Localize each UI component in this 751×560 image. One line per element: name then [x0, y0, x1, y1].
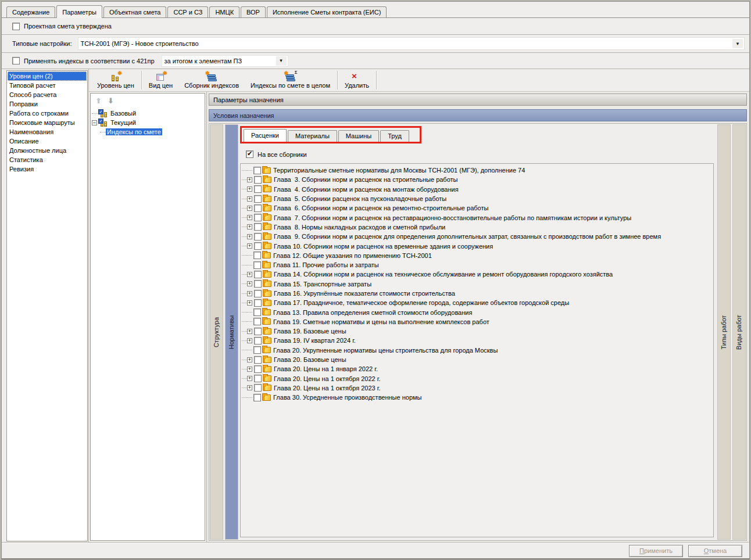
collection-checkbox[interactable] — [254, 384, 262, 392]
vtab-tipy-rabot[interactable]: Типы работ — [717, 124, 731, 540]
expand-icon[interactable]: + — [247, 177, 252, 182]
tab-obektnaya-smeta[interactable]: Объектная смета — [103, 6, 167, 17]
collection-tree-item[interactable]: +Глава 10. Сборники норм и расценок на в… — [242, 241, 712, 250]
tab-materialy[interactable]: Материалы — [288, 130, 337, 142]
sidebar-item[interactable]: Поисковые маршруты — [8, 118, 87, 127]
collection-tree-item[interactable]: +Глава 19. Базовые цены — [242, 326, 712, 336]
apply-button[interactable]: Применить — [629, 545, 683, 557]
collection-checkbox[interactable] — [254, 233, 262, 240]
vtab-normativy[interactable]: Нормативы — [225, 124, 238, 540]
collection-tree-item[interactable]: +Глава 4. Сборники норм и расценок на мо… — [242, 185, 712, 194]
collection-tree-item[interactable]: +Глава 20. Цены на 1 октября 2022 г. — [242, 374, 712, 383]
collection-checkbox[interactable] — [254, 204, 262, 212]
expand-icon[interactable]: + — [247, 243, 252, 249]
collection-tree-item[interactable]: +Глава 19. IV квартал 2024 г. — [242, 336, 712, 345]
expand-icon[interactable]: + — [247, 300, 252, 306]
sidebar-item[interactable]: Должностные лица — [8, 146, 87, 155]
tab-rascenki[interactable]: Расценки — [244, 129, 287, 142]
collection-checkbox[interactable] — [254, 223, 262, 231]
tab-vor[interactable]: ВОР — [241, 6, 266, 17]
expand-icon[interactable]: + — [247, 329, 252, 334]
up-arrow-icon[interactable]: ⬆ — [95, 96, 102, 105]
sidebar-item[interactable]: Способ расчета — [8, 90, 87, 99]
collection-tree-item[interactable]: Глава 13. Правила определения сметной ст… — [242, 307, 712, 317]
chevron-down-icon[interactable]: ▼ — [732, 39, 743, 48]
expand-icon[interactable]: + — [247, 234, 252, 239]
sidebar-item[interactable]: Поправки — [8, 99, 87, 109]
delete-button[interactable]: ×Удалить — [339, 69, 375, 91]
collection-checkbox[interactable] — [253, 318, 261, 325]
expand-icon[interactable]: + — [247, 376, 252, 381]
expand-icon[interactable]: + — [247, 196, 252, 202]
collapse-icon[interactable]: − — [92, 120, 97, 125]
collection-checkbox[interactable] — [254, 214, 262, 221]
price-level-item[interactable]: ✓Базовый — [92, 109, 203, 118]
tab-soderzhanie[interactable]: Содержание — [6, 6, 55, 17]
expand-icon[interactable]: + — [247, 215, 252, 220]
collection-tree-item[interactable]: +Глава 5. Сборники расценок на пусконала… — [242, 194, 712, 203]
collection-tree-item[interactable]: +Глава 20. Цены на 1 октября 2023 г. — [242, 383, 712, 393]
collection-checkbox[interactable] — [254, 280, 262, 288]
approved-checkbox[interactable] — [12, 23, 20, 30]
indices-421-checkbox[interactable] — [12, 57, 20, 64]
expand-icon[interactable]: + — [247, 385, 252, 390]
expand-icon[interactable]: + — [247, 291, 252, 296]
collection-tree-item[interactable]: +Глава 7. Сборники норм и расценок на ре… — [242, 213, 712, 222]
collection-tree-item[interactable]: +Глава 16. Укрупнённые показатели стоимо… — [242, 289, 712, 298]
tab-nmck[interactable]: НМЦК — [209, 6, 239, 17]
sidebar-item[interactable]: Наименования — [8, 127, 87, 137]
collection-tree-item[interactable]: +Глава 17. Праздничное, тематическое офо… — [242, 298, 712, 307]
collection-checkbox[interactable] — [254, 185, 262, 193]
price-level-item[interactable]: −✓Текущий — [92, 118, 203, 127]
collection-tree-item[interactable]: +Глава 9. Сборники норм и расценок для о… — [242, 232, 712, 241]
sidebar-item[interactable]: Типовой расчет — [8, 81, 87, 90]
collection-tree-item[interactable]: Глава 30. Усредненные производственные н… — [242, 393, 712, 402]
sidebar-item[interactable]: Ревизия — [8, 164, 87, 174]
expand-icon[interactable]: + — [247, 357, 252, 362]
expand-icon[interactable]: + — [247, 186, 252, 192]
collection-tree-item[interactable]: Территориальные сметные нормативы для Мо… — [242, 166, 712, 175]
collection-checkbox[interactable] — [253, 308, 261, 316]
collection-checkbox[interactable] — [253, 252, 261, 259]
vtab-struktura[interactable]: Структура — [210, 124, 223, 540]
collection-checkbox[interactable] — [254, 271, 262, 278]
collection-checkbox[interactable] — [253, 261, 261, 269]
collection-checkbox[interactable] — [253, 346, 261, 354]
sidebar-item[interactable]: Описание — [8, 137, 87, 146]
chevron-down-icon[interactable]: ▼ — [276, 56, 287, 66]
price-level-button[interactable]: ✱Уровень цен — [91, 69, 140, 91]
index-collection-button[interactable]: ✱Сборник индексов — [178, 69, 245, 91]
collection-tree-item[interactable]: +Глава 20. Базовые цены — [242, 355, 712, 364]
collection-tree-item[interactable]: +Глава 15. Транспортные затраты — [242, 279, 712, 289]
collection-tree-item[interactable]: Глава 20. Укрупненные нормативы цены стр… — [242, 346, 712, 355]
collection-tree-item[interactable]: +Глава 14. Сборники норм и расценок на т… — [242, 270, 712, 279]
collection-tree-item[interactable]: Глава 12. Общие указания по применению Т… — [242, 251, 712, 260]
collection-checkbox[interactable] — [254, 299, 262, 307]
collection-checkbox[interactable] — [254, 242, 262, 250]
sidebar-item[interactable]: Статистика — [8, 155, 87, 164]
collection-tree-item[interactable]: Глава 11. Прочие работы и затраты — [242, 260, 712, 270]
tab-ssr-i-sz[interactable]: ССР и СЗ — [167, 6, 208, 17]
tab-trud[interactable]: Труд — [380, 130, 409, 142]
vtab-vidy-rabot[interactable]: Виды работ — [732, 124, 746, 540]
price-level-label[interactable]: Индексы по смете — [106, 128, 162, 135]
price-view-button[interactable]: ✱Вид цен — [143, 69, 178, 91]
down-arrow-icon[interactable]: ⬇ — [108, 96, 114, 105]
price-level-label[interactable]: Текущий — [109, 119, 137, 126]
tab-mashiny[interactable]: Машины — [338, 130, 379, 142]
expand-icon[interactable]: + — [247, 272, 252, 277]
indices-whole-estimate-button[interactable]: ✱ΣИндексы по смете в целом — [245, 69, 336, 91]
collection-tree-item[interactable]: Глава 19. Сметные нормативы и цены на вы… — [242, 317, 712, 326]
collection-checkbox[interactable] — [254, 176, 262, 184]
collection-checkbox[interactable] — [254, 328, 262, 335]
expand-icon[interactable]: + — [247, 224, 252, 229]
collection-checkbox[interactable] — [253, 394, 261, 401]
all-collections-checkbox[interactable]: ✔ — [246, 150, 253, 158]
collection-checkbox[interactable] — [253, 167, 261, 174]
collection-tree-item[interactable]: +Глава 8. Нормы накладных расходов и сме… — [242, 222, 712, 232]
sidebar-item[interactable]: Уровни цен (2) — [8, 71, 87, 81]
collection-tree-item[interactable]: +Глава 6. Сборники норм и расценок на ре… — [242, 203, 712, 213]
expand-icon[interactable]: + — [247, 367, 252, 372]
collection-tree-item[interactable]: +Глава 20. Цены на 1 января 2022 г. — [242, 364, 712, 374]
collection-checkbox[interactable] — [254, 195, 262, 203]
